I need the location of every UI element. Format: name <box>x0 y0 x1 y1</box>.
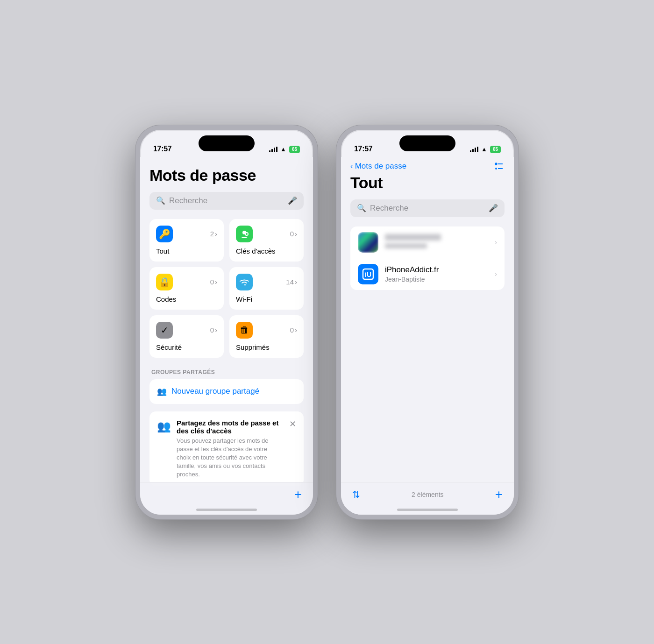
sort-icon[interactable]: ⇅ <box>352 489 360 500</box>
status-icons-1: ▲ 65 <box>269 146 300 153</box>
supprimes-count: 0 › <box>290 326 297 334</box>
categories-grid: 🔑 2 › Tout <box>149 219 304 358</box>
iphoneaddict-info: iPhoneAddict.fr Jean-Baptiste <box>385 265 488 283</box>
phone-2-frame: 17:57 ▲ 65 ‹ Mots de passe <box>336 125 519 519</box>
dynamic-island-2 <box>399 135 455 151</box>
list-item-chevron-1: › <box>495 238 497 247</box>
search-icon-1: 🔍 <box>156 196 165 205</box>
password-list: › iU <box>350 226 505 290</box>
list-item-chevron-2: › <box>495 270 497 278</box>
wifi-label: Wi-Fi <box>236 295 297 303</box>
wifi-icon <box>236 274 253 290</box>
time-1: 17:57 <box>153 145 171 153</box>
search-placeholder-1: Recherche <box>169 196 284 205</box>
wifi-count: 14 › <box>286 278 297 286</box>
new-group-button[interactable]: 👥 Nouveau groupe partagé <box>157 387 296 396</box>
svg-text:iU: iU <box>365 271 371 278</box>
home-indicator-2 <box>397 509 458 511</box>
filter-icon[interactable] <box>493 161 505 172</box>
search-icon-2: 🔍 <box>357 204 366 212</box>
screen-2: ‹ Mots de passe Tout <box>341 157 514 515</box>
tout-label: Tout <box>156 247 217 255</box>
phone-1: 17:57 ▲ 65 Mots de passe 🔍 Recherche <box>135 125 318 519</box>
wifi-status-icon-1: ▲ <box>280 146 286 153</box>
add-item-button[interactable]: + <box>495 487 503 502</box>
category-supprimes[interactable]: 🗑 0 › Supprimés <box>229 315 304 358</box>
page-title-2: Tout <box>350 174 505 192</box>
category-tout[interactable]: 🔑 2 › Tout <box>149 219 224 262</box>
back-button[interactable]: ‹ Mots de passe <box>350 162 406 171</box>
category-securite[interactable]: ✓ 0 › Sécurité <box>149 315 224 358</box>
wifi-status-icon-2: ▲ <box>481 146 487 153</box>
list-item[interactable]: › <box>350 226 505 258</box>
iphoneaddict-user: Jean-Baptiste <box>385 276 488 283</box>
codes-icon: 🔒 <box>156 274 173 290</box>
items-count: 2 éléments <box>412 491 443 498</box>
battery-icon-2: 65 <box>490 146 501 153</box>
screen-1: Mots de passe 🔍 Recherche 🎤 🔑 2 › <box>140 157 313 515</box>
nav-bar: ‹ Mots de passe <box>341 157 514 172</box>
blurred-password-info <box>385 234 488 250</box>
back-chevron-icon: ‹ <box>350 162 353 171</box>
codes-label: Codes <box>156 295 217 303</box>
tout-content: Tout 🔍 Recherche 🎤 <box>341 174 514 290</box>
iphoneaddict-site: iPhoneAddict.fr <box>385 265 488 275</box>
blurred-username <box>385 243 427 248</box>
phone-2: 17:57 ▲ 65 ‹ Mots de passe <box>336 125 519 519</box>
mic-icon-1: 🎤 <box>288 196 297 205</box>
search-bar-1[interactable]: 🔍 Recherche 🎤 <box>149 192 304 210</box>
promo-close-button[interactable]: ✕ <box>285 419 296 429</box>
blurred-site-name <box>385 234 441 241</box>
status-icons-2: ▲ 65 <box>470 146 501 153</box>
category-codes[interactable]: 🔒 0 › Codes <box>149 267 224 310</box>
category-cles[interactable]: 0 › Clés d'accès <box>229 219 304 262</box>
promo-description: Vous pouvez partager les mots de passe e… <box>177 437 280 479</box>
page-title-1: Mots de passe <box>149 166 304 184</box>
back-label: Mots de passe <box>355 162 407 171</box>
time-2: 17:57 <box>354 145 372 153</box>
search-bar-2[interactable]: 🔍 Recherche 🎤 <box>350 199 505 217</box>
add-password-button[interactable]: + <box>294 487 302 502</box>
search-placeholder-2: Recherche <box>370 204 485 213</box>
cles-icon <box>236 226 253 242</box>
mic-icon-2: 🎤 <box>489 204 498 212</box>
tout-icon: 🔑 <box>156 226 173 242</box>
battery-icon-1: 65 <box>289 146 300 153</box>
securite-icon: ✓ <box>156 322 173 339</box>
iphoneaddict-icon: iU <box>358 264 378 284</box>
blurred-site-icon <box>358 232 378 253</box>
shared-groups-card: 👥 Nouveau groupe partagé <box>149 379 304 404</box>
svg-point-1 <box>245 233 248 235</box>
svg-point-3 <box>495 168 497 170</box>
tout-screen: ‹ Mots de passe Tout <box>341 157 514 515</box>
codes-count: 0 › <box>210 278 217 286</box>
signal-icon-2 <box>470 147 478 152</box>
supprimes-icon: 🗑 <box>236 322 253 339</box>
supprimes-label: Supprimés <box>236 343 297 351</box>
promo-title: Partagez des mots de passe et des clés d… <box>177 419 280 435</box>
promo-icon: 👥 <box>157 420 171 433</box>
category-wifi[interactable]: 14 › Wi-Fi <box>229 267 304 310</box>
shared-groups-label: GROUPES PARTAGÉS <box>149 369 304 375</box>
passwords-screen: Mots de passe 🔍 Recherche 🎤 🔑 2 › <box>140 157 313 515</box>
home-indicator-1 <box>196 509 257 511</box>
securite-count: 0 › <box>210 326 217 334</box>
group-icon: 👥 <box>157 387 167 396</box>
tout-count: 2 › <box>210 230 217 238</box>
dynamic-island-1 <box>199 135 255 151</box>
cles-label: Clés d'accès <box>236 247 297 255</box>
signal-icon-1 <box>269 147 277 152</box>
cles-count: 0 › <box>290 230 297 238</box>
list-item[interactable]: iU iPhoneAddict.fr Jean-Baptiste › <box>350 258 505 290</box>
new-group-label: Nouveau groupe partagé <box>171 387 259 396</box>
phone-1-frame: 17:57 ▲ 65 Mots de passe 🔍 Recherche <box>135 125 318 519</box>
securite-label: Sécurité <box>156 343 217 351</box>
promo-card: 👥 Partagez des mots de passe et des clés… <box>149 411 304 487</box>
nav-right <box>493 161 505 172</box>
